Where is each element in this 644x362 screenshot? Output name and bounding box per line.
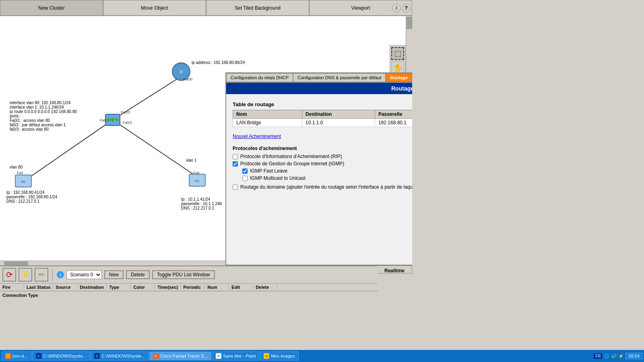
new-pdu-button[interactable]: New — [104, 270, 124, 279]
svg-text:R: R — [180, 70, 182, 74]
protocols-title: Protocoles d'acheminement — [233, 146, 412, 151]
taskbar-item-4[interactable]: P Sans titre - Paint — [212, 352, 259, 360]
tab-routing[interactable]: Routage — [386, 73, 412, 82]
select-tool-icon[interactable]: ⬚ — [391, 47, 404, 60]
scenario-select[interactable]: Scenario 0 — [66, 270, 102, 279]
cell-dest: 10.1.1.0 — [302, 119, 375, 127]
svg-text:Fa0: Fa0 — [17, 171, 23, 175]
taskbar-icon-1: C — [36, 353, 41, 359]
sound-icon: 🔊 — [611, 354, 617, 359]
taskbar-item-3[interactable]: P Cisco Packet Tracer S... — [149, 352, 211, 360]
col-delete: Delete — [253, 284, 277, 290]
taskbar-item-1[interactable]: C C:\WINDOWS\syste... — [32, 352, 90, 360]
table-row[interactable]: LAN Bridge 10.1.1.0 192.168.80.1 255.255… — [233, 119, 413, 127]
taskbar-label-0: [oro-d... — [12, 354, 28, 358]
top-toolbar: New Cluster Move Object Set Tiled Backgr… — [0, 0, 412, 16]
protocol-rip-row: Protocole d'Informations d'Acheminement … — [233, 154, 412, 159]
svg-text:Fa0/1: Fa0/1 — [100, 118, 109, 122]
svg-line-1 — [24, 120, 113, 181]
col-last-status: Last Status — [24, 284, 53, 290]
language-flag: FR — [594, 354, 602, 359]
new-cluster-button[interactable]: New Cluster — [0, 0, 103, 16]
col-edit: Edit — [229, 284, 253, 290]
igmp-checkbox[interactable] — [233, 161, 238, 167]
taskbar-item-0[interactable]: O [oro-d... — [2, 352, 31, 360]
taskbar-label-3: Cisco Packet Tracer S... — [160, 354, 208, 358]
tab-dhcp-relay[interactable]: Configuration du relais DHCP — [226, 73, 293, 82]
col-destination: Destination — [77, 284, 107, 290]
taskbar: O [oro-d... C C:\WINDOWS\syste... C C:\W… — [0, 350, 644, 362]
protocol-igmp-row: Protocole de Gestion du Groupe Internet … — [233, 161, 412, 167]
taskbar-label-2: C:\WINDOWS\syste... — [101, 354, 145, 358]
move-object-button[interactable]: Move Object — [103, 0, 206, 16]
igmp-label: Protocole de Gestion du Groupe Internet … — [240, 161, 344, 167]
separator — [52, 269, 53, 281]
col-source: Source — [53, 284, 77, 290]
taskbar-item-5[interactable]: M Mes images — [260, 352, 298, 360]
svg-text:Fa0: Fa0 — [193, 171, 200, 175]
realtime-label: Realtime — [377, 265, 412, 274]
battery-icon: ⚡ — [618, 354, 624, 359]
connection-type-label: Connection Type — [0, 291, 378, 299]
main-area: R SW PC PC Fa0/0 Fa0/3 Fa0/1 Fa0/2 Fa0 F… — [0, 16, 412, 265]
pdu-table-header: Fire Last Status Source Destination Type… — [0, 284, 378, 291]
svg-point-17 — [111, 118, 115, 122]
back-icon-button[interactable]: ⟳ — [2, 268, 16, 282]
dialog-content: Table de routage Nom Destination Passere… — [226, 94, 412, 195]
scroll-thumb-h — [4, 261, 28, 265]
help-icon[interactable]: ? — [402, 4, 411, 12]
routing-table: Nom Destination Passerelle Masque de rés… — [233, 110, 412, 127]
igmp-multicast-row: IGMP Multicast to Unicast — [242, 175, 412, 181]
igmp-fast-leave-label: IGMP Fast Leave — [250, 168, 287, 174]
new-route-link[interactable]: Nouvel Acheminement — [233, 134, 281, 139]
col-nom: Nom — [233, 110, 302, 119]
toggle-pdu-button[interactable]: Toggle PDU List Window — [152, 270, 215, 279]
igmp-multicast-label: IGMP Multicast to Unicast — [250, 175, 305, 181]
col-color: Color — [131, 284, 155, 290]
set-tiled-bg-button[interactable]: Set Tiled Background — [206, 0, 309, 16]
domain-routing-checkbox[interactable] — [233, 185, 238, 190]
svg-text:Fa0/2: Fa0/2 — [123, 121, 132, 125]
taskbar-label-5: Mes images — [271, 354, 295, 358]
taskbar-icon-3: P — [153, 353, 159, 359]
svg-text:Fa0/3: Fa0/3 — [121, 110, 130, 114]
tab-dns-gateway[interactable]: Configuration DNS & passerelle par défau… — [293, 73, 386, 82]
svg-text:PC: PC — [21, 180, 25, 184]
svg-point-18 — [108, 118, 111, 121]
routing-table-title: Table de routage — [233, 101, 412, 107]
svg-line-2 — [113, 120, 197, 177]
igmp-multicast-checkbox[interactable] — [242, 176, 248, 181]
dialog-title: Routage — [226, 83, 412, 94]
taskbar-icon-2: C — [94, 353, 100, 359]
dialog-footer: OK Appliquer Annuler — [226, 195, 412, 214]
col-pass: Passerelle — [375, 110, 412, 119]
svg-text:Fa0/0: Fa0/0 — [183, 77, 192, 81]
col-fire: Fire — [0, 284, 24, 290]
scroll-thumb — [407, 17, 412, 29]
pencil-icon-button[interactable]: ✏ — [35, 268, 48, 282]
taskbar-icon-4: P — [216, 353, 221, 359]
taskbar-label-4: Sans titre - Paint — [223, 354, 256, 358]
rip-checkbox[interactable] — [233, 154, 238, 159]
info-icons: i ? — [392, 0, 412, 16]
col-type: Type — [107, 284, 131, 290]
taskbar-icon-0: O — [5, 353, 11, 359]
lightning-icon-button[interactable]: ⚡ — [19, 268, 32, 282]
delete-pdu-button[interactable]: Delete — [126, 270, 150, 279]
clock: 09:54 — [625, 353, 642, 359]
col-periodic: Periodic — [181, 284, 205, 290]
cell-pass: 192.168.80.1 — [375, 119, 412, 127]
svg-point-19 — [115, 118, 118, 121]
taskbar-label-1: C:\WINDOWS\syste... — [43, 354, 87, 358]
taskbar-item-2[interactable]: C C:\WINDOWS\syste... — [91, 352, 149, 360]
taskbar-right: FR 🌐 🔊 ⚡ 09:54 — [594, 353, 642, 359]
tool-panel: ⬚ ✋ — [390, 45, 406, 76]
bottom-panel: ⟳ ⚡ ✏ i Scenario 0 New Delete Toggle PDU… — [0, 265, 378, 310]
col-num: Num — [205, 284, 229, 290]
domain-routing-label: Routage du domaine (ajouter l'entrée du … — [240, 184, 412, 190]
info-icon[interactable]: i — [392, 4, 401, 12]
igmp-fast-leave-checkbox[interactable] — [242, 169, 248, 174]
svg-text:PC: PC — [195, 179, 199, 183]
cell-nom: LAN Bridge — [233, 119, 302, 127]
scenario-info-dot: i — [57, 271, 64, 278]
